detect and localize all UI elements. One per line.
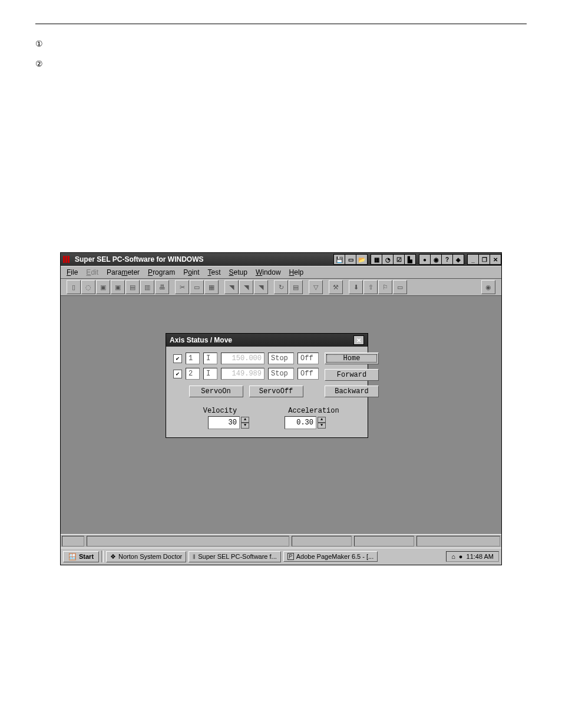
tray-icon-2[interactable]: ● [459,553,463,560]
tb-down-icon[interactable]: ⬇ [349,280,363,294]
axis1-state: Stop [268,353,294,364]
tb-g[interactable]: ⚒ [329,280,343,294]
folder-icon[interactable]: 📂 [356,254,368,265]
tb-f[interactable]: ▽ [309,280,323,294]
menubar: File Edit Parameter Program Point Test S… [61,266,501,279]
servo-off-button[interactable]: ServoOff [249,386,303,397]
tb-cut-icon[interactable]: ✂ [175,280,189,294]
supersel-icon: ⫴ [193,553,196,561]
axis1-checkbox[interactable]: ✔ [173,354,182,363]
tray-clock: 11:48 AM [467,553,494,560]
menu-test[interactable]: Test [208,268,221,276]
acc-up-icon[interactable]: ▲ [318,417,326,423]
tray-icon-1[interactable]: ⌂ [451,553,455,560]
help-icon[interactable]: ? [441,254,453,265]
tb-win-icon[interactable]: ▭ [393,280,407,294]
menu-window[interactable]: Window [256,268,281,276]
axis-dialog: Axis Status / Move ✕ ✔ 1 I 150.000 Stop [166,333,368,438]
norton-icon: ❖ [110,553,116,561]
acceleration-input[interactable] [285,416,316,429]
axis1-pos: 150.000 [221,353,265,364]
tb-e[interactable]: ▤ [289,280,303,294]
tool-icon[interactable]: ▦ [371,254,382,265]
task-pagemaker[interactable]: 🄿Adobe PageMaker 6.5 - [... [283,551,378,562]
print-icon[interactable]: ● [419,254,431,265]
toolbar: ▯ ◌ ▣ ▣ ▤ ▥ 🖶 ✂ ▭ ▦ ◥ ◥ ◥ ↻ ▤ ▽ ⚒ ⬇ ⇧ ⚐ [61,279,501,296]
start-button[interactable]: 🪟 Start [63,551,99,562]
tb-record-icon[interactable]: ◉ [481,280,495,294]
bullet-2: ② [35,58,527,70]
vel-down-icon[interactable]: ▼ [241,423,249,429]
tb-5[interactable]: ▤ [125,280,140,294]
tb-4[interactable]: ▣ [111,280,125,294]
axis-row-2: ✔ 2 I 149.989 Stop Off [173,368,319,380]
axis2-num: 2 [186,368,200,380]
maximize-button[interactable]: ❐ [478,254,490,265]
windows-icon: 🪟 [68,553,77,561]
menu-edit: Edit [86,268,98,276]
tb-up-icon[interactable]: ⇧ [363,280,378,294]
tb-paste-icon[interactable]: ▦ [204,280,219,294]
mdi-client: Axis Status / Move ✕ ✔ 1 I 150.000 Stop [61,296,501,534]
tb-1[interactable]: ▯ [67,280,81,294]
tb-a[interactable]: ◥ [224,280,239,294]
axis2-servo: Off [297,368,319,380]
chart-icon[interactable]: ▙ [404,254,416,265]
tb-print-icon[interactable]: 🖶 [155,280,169,294]
system-tray[interactable]: ⌂ ● 11:48 AM [446,551,499,562]
axis1-i: I [203,353,217,364]
menu-point[interactable]: Point [183,268,199,276]
clock-icon[interactable]: ◔ [382,254,394,265]
page-icon[interactable]: ▭ [345,254,356,265]
screenshot: Super SEL PC-Software for WINDOWS 💾 ▭ 📂 … [60,252,502,565]
bullet-1: ① [35,38,527,50]
minimize-button[interactable]: _ [467,254,479,265]
axis1-servo: Off [297,353,319,364]
axis2-pos: 149.989 [221,368,265,380]
menu-help[interactable]: Help [289,268,304,276]
tb-3[interactable]: ▣ [96,280,110,294]
diamond-icon[interactable]: ◈ [452,254,464,265]
app-title: Super SEL PC-Software for WINDOWS [75,255,203,263]
acceleration-spinner[interactable]: ▲▼ [285,416,326,429]
horizontal-rule [35,24,527,24]
backward-button[interactable]: Backward [325,386,379,397]
menu-program[interactable]: Program [148,268,175,276]
vel-up-icon[interactable]: ▲ [241,417,249,423]
tb-copy-icon[interactable]: ▭ [190,280,204,294]
axis-row-1: ✔ 1 I 150.000 Stop Off [173,353,319,364]
task-supersel[interactable]: ⫴Super SEL PC-Software f... [189,551,280,562]
velocity-label: Velocity [173,407,267,415]
dialog-close-button[interactable]: ✕ [353,335,364,345]
floppy-icon[interactable]: 💾 [333,254,345,265]
tb-d[interactable]: ↻ [274,280,288,294]
statusbar [61,534,501,548]
tb-2[interactable]: ◌ [81,280,95,294]
velocity-input[interactable] [208,416,240,429]
close-button[interactable]: ✕ [490,254,501,265]
velocity-spinner[interactable]: ▲▼ [208,416,249,429]
lens-icon[interactable]: ◉ [430,254,442,265]
dialog-title: Axis Status / Move [170,336,232,344]
acc-down-icon[interactable]: ▼ [318,423,326,429]
task-norton[interactable]: ❖Norton System Doctor [106,551,186,562]
home-button[interactable]: Home [325,353,379,364]
tb-b[interactable]: ◥ [239,280,253,294]
check-icon[interactable]: ☑ [393,254,405,265]
tb-6[interactable]: ▥ [140,280,154,294]
menu-setup[interactable]: Setup [229,268,247,276]
app-icon [63,256,72,263]
axis2-state: Stop [268,368,294,380]
axis2-i: I [203,368,217,380]
acceleration-label: Acceleration [267,407,361,415]
titlebar: Super SEL PC-Software for WINDOWS 💾 ▭ 📂 … [61,253,501,266]
tb-flag-icon[interactable]: ⚐ [378,280,392,294]
menu-parameter[interactable]: Parameter [107,268,140,276]
axis2-checkbox[interactable]: ✔ [173,370,182,378]
servo-on-button[interactable]: ServoOn [189,386,243,397]
tb-c[interactable]: ◥ [254,280,268,294]
pagemaker-icon: 🄿 [287,553,294,560]
axis1-num: 1 [186,353,200,364]
menu-file[interactable]: File [67,268,78,276]
forward-button[interactable]: Forward [325,369,379,381]
